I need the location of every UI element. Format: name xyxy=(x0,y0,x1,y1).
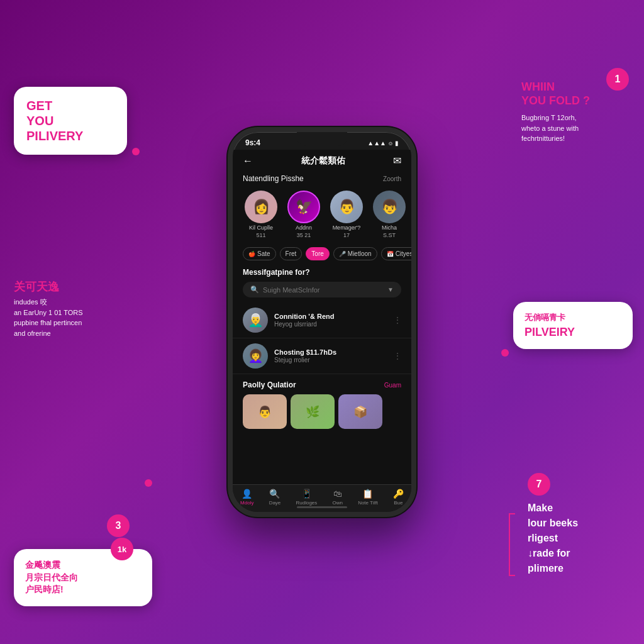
thumb-2: 🌿 xyxy=(291,394,335,429)
person-name-4: Micha xyxy=(382,225,397,231)
search-icon: 🔍 xyxy=(250,286,259,294)
dropdown-icon[interactable]: ▼ xyxy=(387,286,394,293)
chat-info-2: Chosting $11.7hDs Stejug rrolier xyxy=(274,348,387,364)
avatar-face-3: 👨 xyxy=(330,191,363,223)
wifi-icon: ⌾ xyxy=(389,140,392,147)
person-card-1: 👩 Kil Cuplle 511 xyxy=(243,191,279,238)
badge-3: 3 xyxy=(107,514,130,537)
person-count-2: 35 21 xyxy=(297,232,311,238)
avatar-face-4: 👦 xyxy=(373,191,406,223)
callout-bottom-right: 7 Make lour beeks rligest ↓rade for plim… xyxy=(516,463,633,586)
nav-icon-rudloges: 📱 xyxy=(301,489,312,499)
nav-item-own[interactable]: 🛍 Own xyxy=(333,489,343,506)
nav-item-notetilft[interactable]: 📋 Note Tilft xyxy=(358,489,378,506)
nav-icon-bue: 🔑 xyxy=(393,489,404,499)
callout-mid-right-english: PILVEIRY xyxy=(525,326,621,339)
person-count-3: 17 xyxy=(343,232,350,238)
screen: ← 統介鬆類佑 ✉ Natendling Pisshe Zoorth 👩 Kil… xyxy=(233,150,411,512)
people-label: Natendling Pisshe xyxy=(243,174,304,183)
filter-tabs: 🍎 Sate Fret Tore 🎤 Mietloon 📅 Cityes xyxy=(233,243,411,264)
avatar-face-2: 🦅 xyxy=(289,192,319,222)
callout-bottom-left-chinese: 金飚澳震 月宗日代全向 户民時店! xyxy=(25,559,141,596)
nav-icon-mdoly: 👤 xyxy=(242,489,252,499)
callout-mid-left-chinese: 关可天逸 xyxy=(14,279,146,294)
dot-connector-1 xyxy=(132,148,140,155)
chat-name-1: Connition '& Rend xyxy=(274,313,387,320)
person-card-4: 👦 Micha S.ST xyxy=(371,191,408,238)
people-section-header: Natendling Pisshe Zoorth xyxy=(233,172,411,186)
callout-mid-left: 3 关可天逸 indudes 咬 an EarUny 1 01 TORS pup… xyxy=(14,252,146,338)
thumb-face-1: 👨 xyxy=(243,394,287,429)
avatar-1: 👩 xyxy=(245,191,277,223)
back-button[interactable]: ← xyxy=(243,155,253,167)
home-indicator xyxy=(297,506,347,508)
status-icons: ▲▲▲ ⌾ ▮ xyxy=(367,140,399,147)
person-name-3: Memager'? xyxy=(333,225,361,231)
phone-mockup: 9s:4 ▲▲▲ ⌾ ▮ ← 統介鬆類佑 ✉ Natendling Pisshe… xyxy=(228,127,416,517)
person-card-2: 🦅 Addnn 35 21 xyxy=(286,191,322,238)
mail-button[interactable]: ✉ xyxy=(393,155,401,167)
calendar-icon: 📅 xyxy=(387,251,394,257)
chat-info-1: Connition '& Rend Heyog ulsrriard xyxy=(274,313,387,328)
status-time: 9s:4 xyxy=(245,138,260,147)
chat-avatar-2: 👩‍🦱 xyxy=(243,343,268,369)
tab-fret[interactable]: Fret xyxy=(280,247,303,260)
nav-item-bue[interactable]: 🔑 Bue xyxy=(393,489,404,506)
thumbnails: 👨 🌿 📦 xyxy=(233,392,411,434)
chat-name-2: Chosting $11.7hDs xyxy=(274,348,387,356)
search-box[interactable]: 🔍 ▼ xyxy=(243,282,401,297)
badge-1k: 1k xyxy=(111,538,133,560)
chat-action-2: ⋮ xyxy=(394,352,401,360)
person-name-1: Kil Cuplle xyxy=(249,225,273,231)
callout-mid-right: 无倘嗝青卡 PILVEIRY xyxy=(513,302,633,349)
chat-avatar-1: 👨‍🦳 xyxy=(243,308,268,333)
tab-cityes[interactable]: 📅 Cityes xyxy=(381,247,411,260)
bracket-decoration xyxy=(509,513,515,576)
nav-icon-daye: 🔍 xyxy=(269,489,280,499)
badge-7: 7 xyxy=(528,473,550,496)
tab-tore[interactable]: Tore xyxy=(306,247,329,260)
bottom-section-action[interactable]: Guam xyxy=(384,382,401,389)
dot-connector-3 xyxy=(145,479,152,487)
nav-icon-notetilft: 📋 xyxy=(362,489,373,499)
nav-bar: ← 統介鬆類佑 ✉ xyxy=(233,150,411,172)
callout-top-left: GET YOU PILIVERY xyxy=(14,87,127,155)
avatar-3: 👨 xyxy=(330,191,363,223)
chat-action-1: ⋮ xyxy=(394,316,401,325)
callout-top-left-text: GET YOU PILIVERY xyxy=(26,98,114,143)
tab-mietloon[interactable]: 🎤 Mietloon xyxy=(333,247,377,260)
nav-item-rudloges[interactable]: 📱 Rudloges xyxy=(296,489,318,506)
battery-icon: ▮ xyxy=(395,140,399,147)
chat-preview-2: Stejug rrolier xyxy=(274,357,387,364)
callout-bottom-left: 1k 金飚澳震 月宗日代全向 户民時店! xyxy=(14,549,152,606)
search-input[interactable] xyxy=(263,286,384,294)
chat-face-1: 👨‍🦳 xyxy=(243,308,268,333)
chat-item-1[interactable]: 👨‍🦳 Connition '& Rend Heyog ulsrriard ⋮ xyxy=(233,303,411,338)
person-name-2: Addnn xyxy=(296,225,312,231)
chat-face-2: 👩‍🦱 xyxy=(243,343,268,369)
avatar-face-1: 👩 xyxy=(245,191,277,223)
phone-body: 9s:4 ▲▲▲ ⌾ ▮ ← 統介鬆類佑 ✉ Natendling Pisshe… xyxy=(228,127,416,517)
bottom-section-label: Paolly Qulatior xyxy=(243,380,296,389)
apple-icon: 🍎 xyxy=(248,251,255,257)
person-card-3: 👨 Memager'? 17 xyxy=(328,191,365,238)
see-all-link[interactable]: Zoorth xyxy=(383,175,401,182)
tab-sate[interactable]: 🍎 Sate xyxy=(243,247,276,260)
callout-bottom-right-text: Make lour beeks rligest ↓rade for plimer… xyxy=(528,501,621,576)
nav-icon-own: 🛍 xyxy=(333,489,342,499)
avatar-2: 🦅 xyxy=(287,191,320,223)
nav-item-mdoly[interactable]: 👤 Mdoly xyxy=(240,489,253,506)
callout-mid-left-english: indudes 咬 an EarUny 1 01 TORS pupbine fh… xyxy=(14,297,146,338)
person-count-4: S.ST xyxy=(383,232,396,238)
thumb-face-2: 🌿 xyxy=(291,394,335,429)
chat-item-2[interactable]: 👩‍🦱 Chosting $11.7hDs Stejug rrolier ⋮ xyxy=(233,338,411,374)
people-scroll: 👩 Kil Cuplle 511 🦅 Addnn 35 21 👨 xyxy=(233,186,411,243)
dot-connector-2 xyxy=(501,349,509,357)
thumb-1: 👨 xyxy=(243,394,287,429)
callout-top-right-body: Bugbring T 12orh, wheto a stune with fec… xyxy=(521,113,621,144)
callout-mid-right-chinese: 无倘嗝青卡 xyxy=(525,312,621,323)
bottom-section-row: Paolly Qulatior Guam xyxy=(233,377,411,392)
chat-meta-1: ⋮ xyxy=(394,316,401,325)
nav-item-daye[interactable]: 🔍 Daye xyxy=(269,489,281,506)
thumb-face-3: 📦 xyxy=(338,394,382,429)
